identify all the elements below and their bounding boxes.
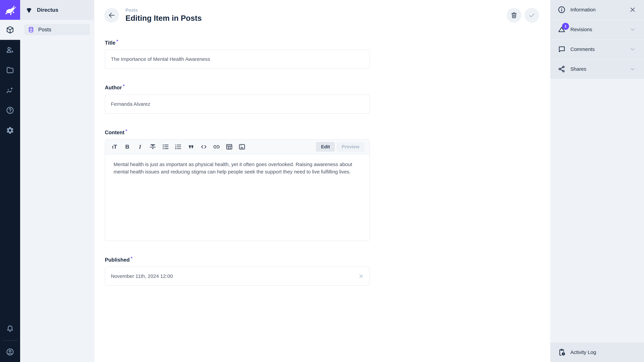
heading-button[interactable]: tT [108,141,121,152]
author-input[interactable] [105,94,370,114]
bold-button[interactable]: B [121,141,134,152]
insights-icon [6,86,14,94]
table-button[interactable] [223,141,236,152]
tab-preview[interactable]: Preview [336,142,364,152]
rabbit-logo-icon [4,4,16,16]
users-icon [6,46,14,54]
expand-shares-button[interactable] [628,65,637,73]
comment-icon [557,45,566,54]
directus-app: Directus Posts Posts Editing It [0,0,644,362]
gear-icon [6,126,14,135]
notifications-button[interactable] [0,319,20,339]
link-button[interactable] [210,141,223,152]
breadcrumb[interactable]: Posts [126,8,202,13]
activity-log-label: Activity Log [570,350,596,355]
arrow-left-icon [108,11,116,19]
module-insights-button[interactable] [0,80,20,100]
sidebar-section-revisions[interactable]: 1 Revisions [550,20,644,39]
sidebar-section-comments[interactable]: Comments [550,39,644,59]
required-marker: * [123,83,124,88]
trash-icon [510,11,518,19]
chevron-down-icon [630,46,636,52]
blockquote-button[interactable] [185,141,198,152]
module-users-button[interactable] [0,40,20,60]
chevron-down-icon [630,26,636,33]
field-label: Content* [105,128,370,136]
folder-icon [6,66,14,74]
info-icon [557,5,566,14]
published-input[interactable] [105,267,370,286]
markdown-editor: tT B I [105,139,370,241]
bullet-list-icon [162,143,169,150]
main-content: Posts Editing Item in Posts [94,0,550,362]
close-sidebar-button[interactable] [628,5,637,14]
italic-icon: I [139,144,141,150]
required-marker: * [116,39,118,44]
project-name: Directus [37,7,58,13]
image-button[interactable] [236,141,248,152]
field-label: Published* [105,256,370,263]
expand-revisions-button[interactable] [628,25,637,34]
table-icon [226,143,233,150]
expand-comments-button[interactable] [628,45,637,54]
module-content-button[interactable] [0,20,20,40]
module-bar-divider [3,340,18,341]
activity-log-icon [557,348,566,357]
project-icon [26,6,32,13]
chevron-down-icon [630,66,636,72]
page-title: Editing Item in Posts [126,13,202,23]
module-bar [0,0,20,362]
numbered-list-button[interactable] [172,141,185,152]
help-icon [6,106,14,114]
image-icon [238,143,246,150]
link-icon [213,143,220,150]
close-icon [358,273,364,279]
box-icon [6,26,14,34]
quote-icon [187,143,195,150]
field-content: Content* tT B I [105,128,370,241]
italic-button[interactable]: I [134,141,146,152]
module-files-button[interactable] [0,60,20,80]
directus-logo[interactable] [0,0,20,20]
right-sidebar: Information 1 Revisions [550,0,644,362]
field-label: Author* [105,83,370,91]
field-title: Title* [105,39,370,69]
editor-tabs: Edit Preview [316,142,364,152]
back-button[interactable] [104,8,119,23]
module-settings-button[interactable] [0,120,20,140]
sidebar-section-label: Shares [570,66,586,72]
heading-icon: tT [112,143,117,150]
code-button[interactable] [198,141,210,152]
strikethrough-icon [149,143,156,150]
share-icon [557,65,566,73]
account-button[interactable] [0,342,20,362]
sidebar-section-shares[interactable]: Shares [550,59,644,79]
nav-item-label: Posts [38,27,51,33]
field-author: Author* [105,83,370,113]
sidebar-section-label: Comments [570,46,595,52]
nav-item-posts[interactable]: Posts [24,24,90,35]
account-icon [6,348,14,356]
field-published: Published* [105,256,370,286]
title-input[interactable] [105,50,370,69]
module-docs-button[interactable] [0,100,20,120]
bullet-list-button[interactable] [159,141,172,152]
activity-log-button[interactable]: Activity Log [550,342,644,362]
sidebar-section-information[interactable]: Information [550,0,644,20]
project-header[interactable]: Directus [20,0,94,20]
strikethrough-button[interactable] [146,141,159,152]
page-header: Posts Editing Item in Posts [104,8,539,23]
delete-item-button[interactable] [507,8,522,23]
tab-edit[interactable]: Edit [316,142,335,152]
item-form: Title* Author* Content* tT B I [105,39,370,286]
database-icon [28,26,34,33]
field-label: Title* [105,39,370,46]
save-button[interactable] [524,8,539,23]
clear-date-button[interactable] [356,272,366,281]
sidebar-spacer [550,79,644,342]
content-textarea[interactable]: Mental health is just as important as ph… [105,154,370,241]
code-icon [200,143,208,150]
editor-toolbar: tT B I [105,140,370,154]
close-icon [629,6,636,13]
numbered-list-icon [174,143,182,150]
